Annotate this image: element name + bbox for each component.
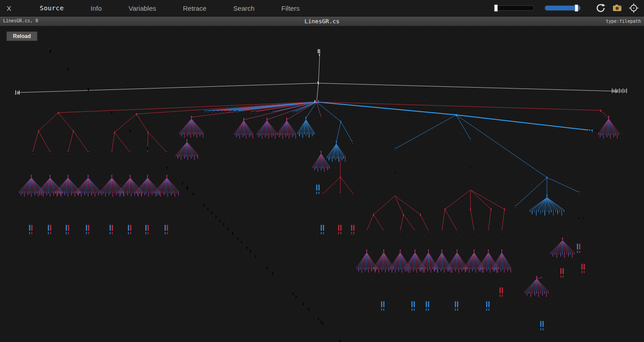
- zoom-slider-1[interactable]: [493, 5, 534, 11]
- tab-info[interactable]: Info: [77, 0, 115, 16]
- file-title: LinesGR.cs: [0, 18, 644, 25]
- trace-canvas[interactable]: [0, 0, 644, 342]
- tab-source[interactable]: Source: [26, 0, 77, 16]
- tab-retrace[interactable]: Retrace: [169, 0, 220, 16]
- slider-handle[interactable]: [494, 4, 498, 12]
- tab-filters[interactable]: Filters: [268, 0, 313, 16]
- main-toolbar: X Source Info Variables Retrace Search F…: [0, 0, 644, 17]
- crosshair-icon[interactable]: [629, 3, 639, 13]
- trace-tree-graph[interactable]: [0, 0, 644, 342]
- refresh-icon[interactable]: [596, 3, 606, 13]
- zoom-slider-2[interactable]: [545, 5, 580, 11]
- file-type-label: type:filepath: [606, 19, 641, 24]
- tab-variables[interactable]: Variables: [115, 0, 169, 16]
- close-button[interactable]: X: [7, 4, 17, 12]
- camera-icon[interactable]: [612, 3, 622, 13]
- tab-search[interactable]: Search: [220, 0, 268, 16]
- slider-handle[interactable]: [575, 4, 578, 12]
- toolbar-icons: [596, 3, 639, 13]
- reload-button[interactable]: Reload: [6, 31, 38, 41]
- slider-group: [493, 5, 580, 11]
- file-statusbar: LinesGR.cs, 0 LinesGR.cs type:filepath: [0, 17, 644, 26]
- toolbar-tabs: Source Info Variables Retrace Search Fil…: [26, 0, 313, 16]
